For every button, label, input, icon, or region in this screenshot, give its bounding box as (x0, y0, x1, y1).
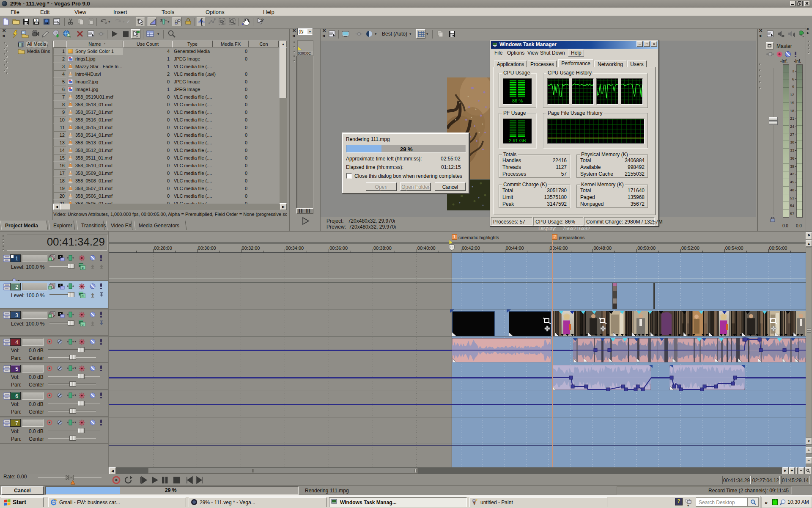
svg-text:α: α (82, 323, 84, 326)
svg-text:?: ? (35, 19, 37, 22)
svg-text:α: α (82, 266, 84, 270)
svg-text:?: ? (261, 18, 264, 23)
svg-text:α: α (82, 294, 84, 298)
